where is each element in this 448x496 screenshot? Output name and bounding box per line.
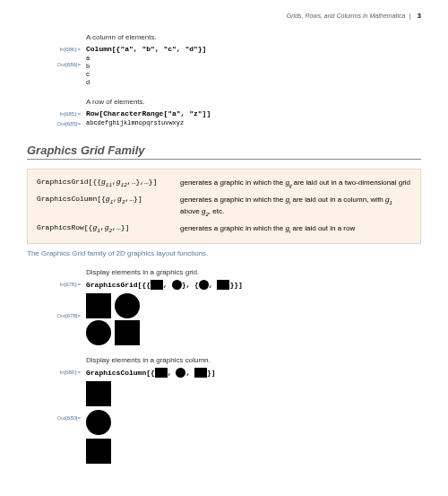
example-graphics-column: Display elements in a graphics column. I…	[27, 356, 421, 464]
input-code: Row[CharacterRange["a", "z"]]	[86, 109, 421, 117]
square-icon	[86, 293, 111, 318]
ref-syntax: GraphicsColumn[{g1,g2,…}]	[37, 195, 180, 218]
square-icon	[86, 439, 111, 464]
ref-desc: generates a graphic in which the gi are …	[180, 195, 411, 218]
header-title: Grids, Rows, and Columns in Mathematica	[287, 13, 406, 19]
comment-text: Display elements in a graphics column.	[86, 356, 421, 364]
example-column: A column of elements. In[686]:= Column[{…	[27, 33, 421, 87]
example-graphics-grid: Display elements in a graphics grid. In[…	[27, 268, 421, 345]
in-label: In[678]:=	[27, 280, 86, 287]
out-label: Out[685]=	[27, 119, 86, 126]
out-item: c	[86, 71, 421, 79]
circle-icon	[115, 293, 140, 318]
square-icon	[115, 320, 140, 345]
input-code: GraphicsGrid[{{, }, {, }}]	[86, 280, 421, 290]
out-item: a	[86, 55, 421, 63]
square-icon	[217, 280, 229, 290]
circle-icon	[86, 320, 111, 345]
out-label: Out[686]=	[27, 55, 86, 67]
comment-text: A column of elements.	[86, 33, 421, 41]
in-label: In[685]:=	[27, 109, 86, 117]
circle-icon	[172, 280, 182, 290]
table-caption: The Graphics Grid family of 2D graphics …	[27, 249, 421, 257]
page-number: 3	[418, 13, 421, 19]
ref-row: GraphicsGrid[{{g11,g12,…},…}] generates …	[37, 175, 411, 192]
square-icon	[86, 381, 111, 406]
out-item: d	[86, 79, 421, 87]
section-heading: Graphics Grid Family	[27, 144, 421, 160]
comment-text: A row of elements.	[86, 98, 421, 106]
square-icon	[155, 368, 168, 378]
circle-icon	[86, 410, 111, 435]
out-label: Out[678]=	[27, 292, 86, 318]
input-code: GraphicsColumn[{, , }]	[86, 368, 421, 378]
page-header: Grids, Rows, and Columns in Mathematica …	[27, 9, 421, 22]
square-icon	[151, 280, 163, 290]
ref-syntax: GraphicsRow[{g1,g2,…}]	[37, 223, 180, 235]
output-graphic	[86, 379, 421, 464]
comment-text: Display elements in a graphics grid.	[86, 268, 421, 276]
circle-icon	[199, 280, 209, 290]
in-label: In[686]:=	[27, 45, 86, 52]
ref-syntax: GraphicsGrid[{{g11,g12,…},…}]	[37, 178, 180, 189]
output-text: abcdefghijklmnopqrstuvwxyz	[86, 119, 421, 127]
output-graphic	[86, 292, 421, 345]
in-label: In[680]:=	[27, 368, 86, 375]
out-label: Out[680]=	[27, 379, 86, 421]
ref-row: GraphicsColumn[{g1,g2,…}] generates a gr…	[37, 192, 411, 221]
out-item: b	[86, 63, 421, 71]
circle-icon	[176, 368, 185, 378]
ref-row: GraphicsRow[{g1,g2,…}] generates a graph…	[37, 221, 411, 238]
ref-desc: generates a graphic in which the gij are…	[180, 178, 411, 189]
output-text: a b c d	[86, 55, 421, 87]
square-icon	[194, 368, 207, 378]
input-code: Column[{"a", "b", "c", "d"}]	[86, 45, 421, 53]
ref-desc: generates a graphic in which the gi are …	[180, 223, 411, 235]
reference-table: GraphicsGrid[{{g11,g12,…},…}] generates …	[27, 169, 421, 244]
example-row: A row of elements. In[685]:= Row[Charact…	[27, 98, 421, 127]
